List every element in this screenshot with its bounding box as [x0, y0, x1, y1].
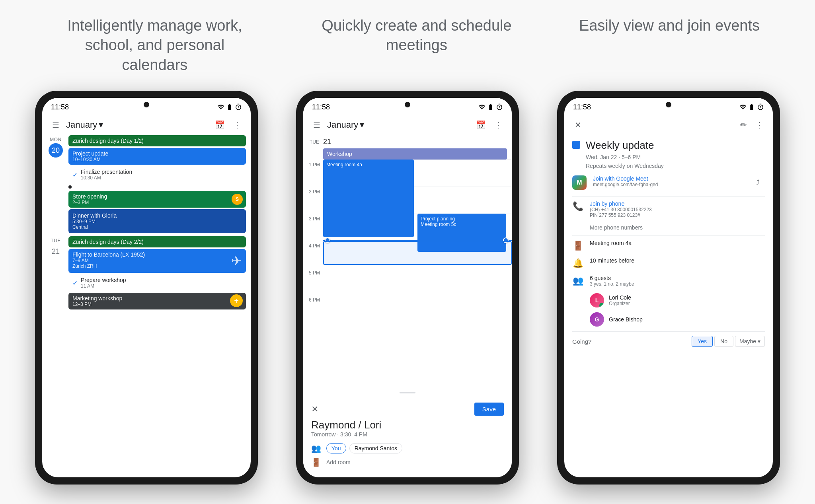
app-bar-1: ☰ January ▾ 📅 ⋮ [42, 115, 251, 135]
time-grid-2: 1 PM 2 PM 3 PM 4 PM 5 PM 6 PM [303, 160, 512, 389]
event-zurich-2[interactable]: Zürich design days (Day 2/2) [68, 236, 246, 247]
schedule-content: MON 20 Zürich design days (Day 1/2) Proj… [42, 135, 251, 477]
app-bar-icons-2: 📅 ⋮ [474, 118, 505, 132]
events-col-mon: Zürich design days (Day 1/2) Project upd… [68, 135, 246, 233]
task-finalize[interactable]: ✓ Finalize presentation 10:30 AM [68, 166, 246, 183]
meet-icon: M [572, 175, 587, 190]
more-vert-icon-2[interactable]: ⋮ [491, 118, 505, 132]
join-phone-label[interactable]: Join by phone [590, 200, 652, 207]
sheet-room-row: 🚪 Add room [311, 457, 504, 467]
detail-content: Weekly update Wed, Jan 22 · 5–6 PM Repea… [564, 135, 773, 355]
event-title: Marketing workshop [72, 295, 242, 302]
more-vert-icon-3[interactable]: ⋮ [752, 118, 766, 132]
event-title: Zürich design days (Day 2/2) [72, 239, 242, 245]
people-icon: 👥 [311, 444, 321, 453]
event-flight[interactable]: Flight to Barcelona (LX 1952) 7–9 AM Zür… [68, 249, 246, 273]
day-label-mon: MON 20 [47, 135, 64, 233]
headline-2: Quickly create and schedule meetings [317, 16, 516, 75]
day-section-tue: TUE 21 Zürich design days (Day 2/2) Flig… [47, 236, 246, 309]
rsvp-no-button[interactable]: No [714, 336, 733, 347]
time-selection[interactable] [323, 241, 512, 265]
guest-avatar-grace: G [590, 312, 604, 327]
reminder-row: 🔔 10 minutes before [572, 257, 765, 269]
chip-raymond[interactable]: Raymond Santos [349, 443, 402, 453]
guest-lori: L ✓ Lori Cole Organizer [590, 293, 765, 307]
guest-role-lori: Organizer [609, 301, 631, 306]
menu-icon-2[interactable]: ☰ [310, 118, 324, 132]
rsvp-yes-button[interactable]: Yes [692, 336, 713, 347]
fab-add[interactable]: + [230, 294, 243, 307]
guests-info: 6 guests 3 yes, 1 no, 2 maybe [590, 275, 634, 287]
grid-line-6 [323, 295, 512, 322]
more-phones[interactable]: More phone numbers [590, 224, 765, 231]
guest-name-lori: Lori Cole [609, 294, 631, 301]
task-info: Prepare workshop 11 AM [81, 277, 126, 289]
room-icon-3: 🚪 [572, 241, 583, 251]
phone-pin: PIN 277 555 923 0123# [590, 212, 652, 218]
task-time: 10:30 AM [81, 175, 132, 181]
day-num-mon: 20 [49, 143, 63, 158]
event-title: Dinner with Gloria [72, 212, 242, 219]
guest-info-lori: Lori Cole Organizer [609, 294, 631, 306]
meet-link-url: meet.google.com/fae-fgha-ged [593, 182, 744, 187]
detail-actions: ✏ ⋮ [736, 118, 766, 132]
event-time: 10–10:30 AM [72, 157, 242, 162]
time-1pm: 1 PM [303, 161, 323, 188]
event-title: Zürich design days (Day 1/2) [72, 138, 242, 144]
event-project-update[interactable]: Project update 10–10:30 AM [68, 148, 246, 165]
app-bar-2: ☰ January ▾ 📅 ⋮ [303, 115, 512, 135]
sheet-people-row: 👥 You Raymond Santos [311, 443, 504, 453]
time-3pm: 3 PM [303, 215, 323, 242]
time-4pm: 4 PM [303, 242, 323, 269]
day-label-tue: TUE 21 [47, 236, 64, 309]
more-vert-icon-1[interactable]: ⋮ [230, 118, 244, 132]
close-sheet-button[interactable]: ✕ [311, 404, 318, 414]
grid-area: Meeting room 4a Project planningMeeting … [323, 160, 512, 389]
menu-icon[interactable]: ☰ [49, 118, 63, 132]
day-section-mon: MON 20 Zürich design days (Day 1/2) Proj… [47, 135, 246, 233]
phone-icon: 📞 [572, 201, 583, 212]
rsvp-row: Going? Yes No Maybe ▾ [572, 331, 765, 351]
workshop-banner[interactable]: Workshop [323, 148, 507, 160]
event-dinner[interactable]: Dinner with Gloria 5:30–9 PM Central [68, 209, 246, 233]
event-marketing[interactable]: Marketing workshop 12–3 PM + [68, 293, 246, 309]
scroll-indicator [400, 392, 415, 393]
calendar-icon-1[interactable]: 📅 [213, 118, 227, 132]
add-room-text[interactable]: Add room [326, 459, 351, 465]
chip-you[interactable]: You [326, 443, 346, 453]
events-col-tue: Zürich design days (Day 2/2) Flight to B… [68, 236, 246, 309]
day-abbr: TUE [310, 139, 319, 145]
month-title-2[interactable]: January ▾ [327, 120, 364, 130]
event-store[interactable]: Store opening 2–3 PM S [68, 191, 246, 208]
share-meet-button[interactable]: ⤴ [751, 175, 765, 190]
camera-dot-3 [666, 102, 671, 107]
time-5pm: 5 PM [303, 269, 323, 296]
task-prepare[interactable]: ✓ Prepare workshop 11 AM [68, 274, 246, 291]
meet-info: Join with Google Meet meet.google.com/fa… [593, 175, 744, 187]
sheet-header: ✕ Save [311, 403, 504, 416]
divider-2 [572, 235, 765, 236]
rsvp-maybe-select[interactable]: Maybe ▾ [735, 336, 765, 347]
calendar-icon-2[interactable]: 📅 [474, 118, 488, 132]
guests-summary-row: 👥 6 guests 3 yes, 1 no, 2 maybe [572, 275, 765, 287]
task-info: Finalize presentation 10:30 AM [81, 169, 132, 181]
edit-icon[interactable]: ✏ [736, 118, 751, 132]
status-time-2: 11:58 [312, 103, 330, 111]
event-zurich-1[interactable]: Zürich design days (Day 1/2) [68, 135, 246, 146]
meet-link-label[interactable]: Join with Google Meet [593, 175, 744, 182]
date-header-2: TUE 21 [303, 135, 512, 148]
event-sub: Zürich ZRH [72, 263, 242, 269]
phones-row: 11:58 ☰ January ▾ 📅 [24, 91, 791, 485]
month-title-1[interactable]: January ▾ [66, 120, 103, 130]
status-time-3: 11:58 [573, 103, 591, 111]
event-time: 2–3 PM [72, 200, 242, 205]
bottom-sheet: ✕ Save Raymond / Lori Tomorrow · 3:30–4 … [303, 396, 512, 477]
phone-row: 📞 Join by phone (CH) +41 30 300000153222… [572, 200, 765, 218]
save-button[interactable]: Save [474, 403, 504, 416]
phone-2: 11:58 ☰ January ▾ 📅 [296, 91, 519, 485]
sheet-subtitle: Tomorrow · 3:30–4 PM [311, 431, 504, 438]
event-title: Project update [72, 150, 242, 157]
guest-grace: G Grace Bishop [590, 312, 765, 327]
close-detail-button[interactable]: ✕ [571, 118, 585, 132]
grid-event-meeting4a[interactable]: Meeting room 4a [323, 160, 414, 237]
